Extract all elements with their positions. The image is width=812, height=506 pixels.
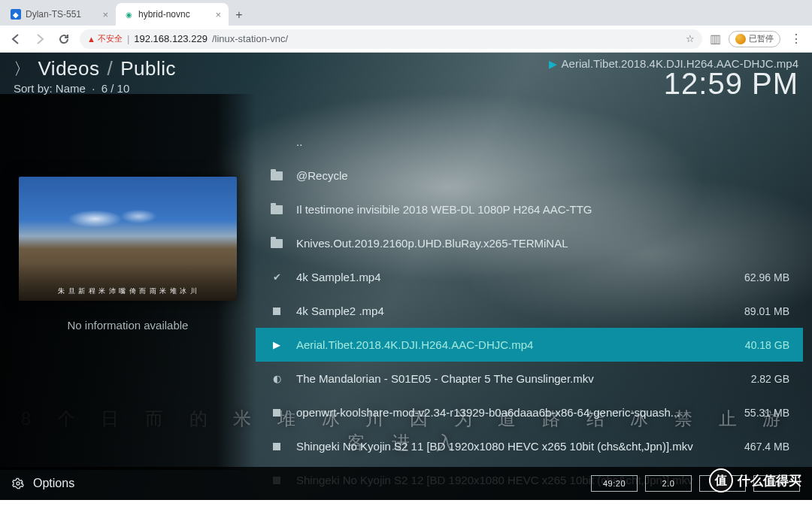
play-icon: ▶ (549, 58, 557, 70)
reload-button[interactable] (56, 31, 72, 47)
file-size: 89.01 MB (723, 305, 789, 317)
file-icon (273, 409, 280, 417)
watermark-logo-icon: 值 (709, 468, 733, 492)
no-information-label: No information available (68, 319, 189, 332)
file-row[interactable]: @Recycle (256, 159, 803, 192)
insecure-warning-icon: ▲ 不安全 (87, 33, 123, 44)
file-icon (273, 443, 280, 450)
extension-avatar-icon (735, 34, 746, 44)
file-icon (273, 308, 280, 315)
browser-menu-button[interactable]: ⋮ (788, 31, 804, 47)
file-size: 40.18 GB (723, 339, 789, 351)
sort-indicator[interactable]: Sort by: Name · 6 / 10 (14, 82, 176, 95)
tab-close-icon[interactable]: × (102, 9, 108, 20)
extension-icon[interactable]: ▥ (710, 32, 721, 46)
video-thumbnail: 朱 旦 新 程 米 沛 嘴 倚 而 雨 米 堆 冰 川 (19, 177, 237, 301)
file-size: 467.4 MB (723, 441, 789, 453)
back-button[interactable] (8, 31, 24, 47)
media-duration-pill: 49:20 (591, 475, 638, 492)
file-row[interactable]: openwrt-koolshare-mod-v2.34-r13929-b0a6d… (256, 395, 803, 429)
file-row[interactable]: Il testimone invisibile 2018 WEB-DL 1080… (256, 192, 803, 226)
url-host: 192.168.123.229 (134, 33, 208, 44)
folder-icon (271, 171, 283, 180)
disc-icon: ◐ (273, 373, 281, 384)
file-size: 2.82 GB (723, 373, 789, 385)
file-name: Shingeki No Kyojin S2 11 [BD 1920x1080 H… (296, 440, 711, 453)
footer-bar: Options 49:20 2.0 AAC 1080 (0, 467, 812, 500)
media-channels-pill: 2.0 (645, 475, 692, 492)
file-name: openwrt-koolshare-mod-v2.34-r13929-b0a6d… (296, 406, 711, 419)
folder-icon (271, 205, 283, 214)
thumbnail-subtitle: 朱 旦 新 程 米 沛 嘴 倚 而 雨 米 堆 冰 川 (19, 286, 237, 296)
list-position: 6 / 10 (102, 82, 130, 95)
file-name: Knives.Out.2019.2160p.UHD.BluRay.x265-TE… (296, 237, 711, 250)
play-icon: ▶ (273, 339, 280, 350)
kodi-app: 〉 Videos / Public Sort by: Name · 6 / 10… (0, 53, 812, 500)
tab-title: hybrid-novnc (138, 9, 190, 20)
file-name: 4k Sample1.mp4 (296, 271, 711, 283)
file-row[interactable]: Shingeki No Kyojin S2 11 [BD 1920x1080 H… (256, 429, 803, 463)
folder-icon (271, 239, 283, 248)
address-bar[interactable]: ▲ 不安全 | 192.168.123.229/linux-station-vn… (80, 29, 702, 49)
file-size: 62.96 MB (723, 271, 789, 283)
smzdm-watermark: 值 什么值得买 (709, 468, 801, 492)
file-row[interactable]: .. (256, 125, 803, 159)
file-row[interactable]: ✔4k Sample1.mp462.96 MB (256, 260, 803, 294)
tab-close-icon[interactable]: × (215, 9, 221, 20)
breadcrumb[interactable]: 〉 Videos / Public (14, 57, 176, 80)
qnap-favicon-icon: ◆ (11, 9, 21, 20)
novnc-favicon-icon: ◉ (123, 9, 134, 20)
file-row[interactable]: ◐The Mandalorian - S01E05 - Chapter 5 Th… (256, 362, 803, 395)
options-button[interactable]: Options (12, 477, 74, 490)
file-name: The Mandalorian - S01E05 - Chapter 5 The… (296, 372, 711, 385)
chevron-right-icon: 〉 (14, 58, 31, 80)
file-row[interactable]: ▶Aerial.Tibet.2018.4K.DJI.H264.AAC-DHJC.… (256, 328, 803, 362)
browser-tab-active[interactable]: ◉ hybrid-novnc × (116, 3, 229, 26)
browser-tab-strip: ◆ Dylan-TS-551 × ◉ hybrid-novnc × + (0, 0, 812, 26)
browser-toolbar: ▲ 不安全 | 192.168.123.229/linux-station-vn… (0, 26, 812, 53)
file-list[interactable]: ..@RecycleIl testimone invisibile 2018 W… (256, 125, 803, 461)
file-name: Il testimone invisibile 2018 WEB-DL 1080… (296, 203, 711, 216)
svg-point-4 (17, 482, 20, 485)
extension-paused-badge[interactable]: 已暂停 (729, 31, 780, 47)
url-path: /linux-station-vnc/ (212, 33, 288, 44)
tab-title: Dylan-TS-551 (26, 9, 81, 20)
check-icon: ✔ (273, 271, 281, 283)
browser-tab[interactable]: ◆ Dylan-TS-551 × (3, 3, 116, 26)
clock: 12:59 PM (549, 67, 798, 101)
file-row[interactable]: Knives.Out.2019.2160p.UHD.BluRay.x265-TE… (256, 226, 803, 260)
forward-button[interactable] (32, 31, 48, 47)
gear-icon (12, 477, 24, 489)
file-name: 4k Sample2 .mp4 (296, 305, 711, 317)
info-sidebar: 朱 旦 新 程 米 沛 嘴 倚 而 雨 米 堆 冰 川 No informati… (0, 94, 256, 470)
file-name: @Recycle (296, 169, 711, 182)
file-name: Aerial.Tibet.2018.4K.DJI.H264.AAC-DHJC.m… (296, 338, 711, 351)
file-name: .. (296, 135, 711, 148)
file-size: 55.31 MB (723, 407, 789, 419)
file-row[interactable]: 4k Sample2 .mp489.01 MB (256, 294, 803, 328)
bookmark-star-icon[interactable]: ☆ (686, 33, 695, 44)
new-tab-button[interactable]: + (229, 5, 250, 26)
